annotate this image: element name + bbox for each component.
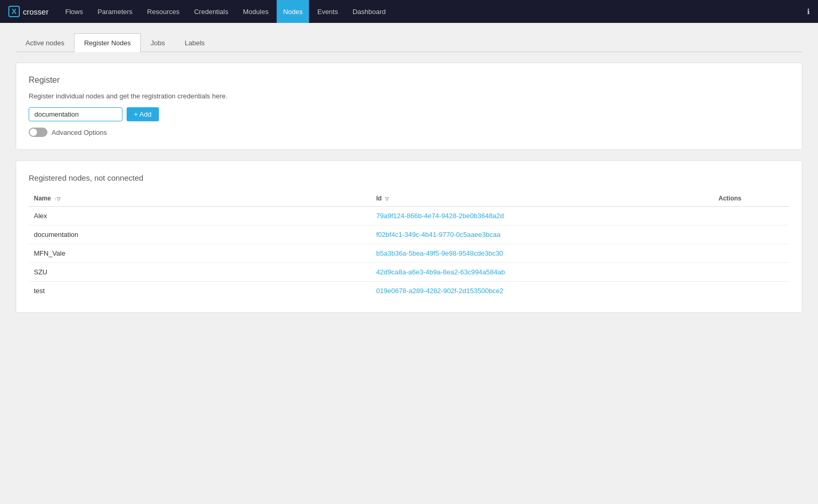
col-header-name: Name ↑▽ [29,191,371,207]
advanced-options-row: Advanced Options [29,128,789,137]
register-form: + Add [29,107,789,121]
table-row: MFN_Vale b5a3b36a-5bea-49f5-9e98-9548cde… [29,244,789,263]
nav-resources[interactable]: Resources [141,0,185,23]
node-actions-cell [713,263,789,282]
node-actions-cell [713,225,789,244]
node-id-cell: 019e0678-a289-4282-902f-2d153500bce2 [371,282,713,300]
node-name-input[interactable] [29,107,122,121]
nav-modules[interactable]: Modules [237,0,275,23]
tab-labels[interactable]: Labels [175,33,215,52]
tab-jobs[interactable]: Jobs [141,33,175,52]
brand: X crosser [8,6,48,17]
col-header-id: Id ▽ [371,191,713,207]
toggle-knob [30,129,37,136]
name-sort-icon[interactable]: ↑▽ [54,196,60,201]
brand-name: crosser [23,7,48,16]
node-id-cell: 79a9f124-866b-4e74-9428-2be0b3648a2d [371,207,713,225]
register-card: Register Register individual nodes and g… [16,62,802,150]
nav-dashboard[interactable]: Dashboard [346,0,392,23]
id-sort-icon[interactable]: ▽ [385,196,389,201]
table-row: documentation f02bf4c1-349c-4b41-9770-0c… [29,225,789,244]
registered-nodes-title: Registered nodes, not connected [29,173,789,182]
advanced-options-label: Advanced Options [52,129,107,136]
table-row: SZU 42d9ca8a-a6e3-4b9a-8ea2-63c994a584ab [29,263,789,282]
tab-active-nodes[interactable]: Active nodes [16,33,74,52]
node-id-cell: f02bf4c1-349c-4b41-9770-0c5aaee3bcaa [371,225,713,244]
nav-events[interactable]: Events [311,0,344,23]
register-card-title: Register [29,75,789,85]
nav-flows[interactable]: Flows [59,0,89,23]
node-actions-cell [713,207,789,225]
nav-credentials[interactable]: Credentials [188,0,234,23]
brand-x-icon: X [8,6,20,17]
node-actions-cell [713,244,789,263]
node-name-cell: documentation [29,225,371,244]
table-row: Alex 79a9f124-866b-4e74-9428-2be0b3648a2… [29,207,789,225]
node-name-cell: MFN_Vale [29,244,371,263]
node-name-cell: SZU [29,263,371,282]
table-row: test 019e0678-a289-4282-902f-2d153500bce… [29,282,789,300]
tab-register-nodes[interactable]: Register Nodes [74,33,141,52]
registered-nodes-card: Registered nodes, not connected Name ↑▽ … [16,160,802,313]
node-actions-cell [713,282,789,300]
advanced-options-toggle[interactable] [29,128,47,137]
navbar: X crosser Flows Parameters Resources Cre… [0,0,818,23]
page-content: Active nodes Register Nodes Jobs Labels … [0,23,818,504]
table-body: Alex 79a9f124-866b-4e74-9428-2be0b3648a2… [29,207,789,300]
node-id-cell: 42d9ca8a-a6e3-4b9a-8ea2-63c994a584ab [371,263,713,282]
node-name-cell: test [29,282,371,300]
nav-nodes[interactable]: Nodes [277,0,309,23]
node-id-cell: b5a3b36a-5bea-49f5-9e98-9548cde3bc30 [371,244,713,263]
nodes-table: Name ↑▽ Id ▽ Actions Alex 79a9f124-866b-… [29,191,789,300]
node-name-cell: Alex [29,207,371,225]
info-icon: ℹ [807,7,810,16]
add-button[interactable]: + Add [127,107,159,121]
nav-parameters[interactable]: Parameters [91,0,139,23]
table-header: Name ↑▽ Id ▽ Actions [29,191,789,207]
tabs-bar: Active nodes Register Nodes Jobs Labels [16,33,802,52]
col-header-actions: Actions [713,191,789,207]
register-card-subtitle: Register individual nodes and get the re… [29,92,789,100]
